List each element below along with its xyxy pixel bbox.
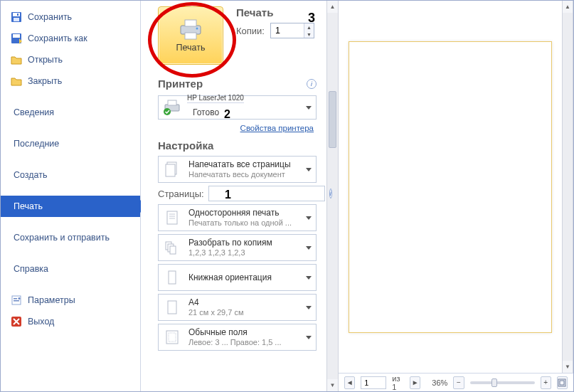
current-page-input[interactable] [361,376,386,389]
options-scrollbar[interactable]: ▲ ▼ [326,1,339,391]
copies-input[interactable] [271,23,304,38]
scroll-up-button[interactable]: ▲ [563,1,573,13]
sidebar-item-label: Сохранить [28,12,72,22]
chevron-down-icon [306,168,312,171]
scroll-track[interactable] [327,13,338,379]
pages-all-icon [163,160,181,179]
svg-rect-13 [185,20,196,26]
sidebar-item-label: Открыть [28,55,63,65]
sidebar-nav-save-send[interactable]: Сохранить и отправить [1,227,140,248]
paper-size-icon [163,298,181,317]
sidebar-save-as[interactable]: Сохранить как [1,28,140,49]
copies-down[interactable]: ▼ [304,31,314,38]
setting-orientation[interactable]: Книжная ориентация [158,264,317,291]
sidebar-save[interactable]: Сохранить [1,6,140,28]
setting-subtitle: Левое: 3 ... Правое: 1,5 ... [188,337,282,347]
sidebar-nav-label: Печать [14,201,43,211]
preview-scrollbar[interactable]: ▲ ▼ [562,1,573,373]
zoom-label: 36% [432,378,447,387]
sidebar-nav-print[interactable]: Печать [1,196,140,217]
svg-rect-14 [185,33,196,39]
svg-rect-33 [560,381,564,385]
exit-icon [11,316,22,327]
sidebar-item-label: Закрыть [28,76,62,86]
setting-subtitle: 1,2,3 1,2,3 1,2,3 [188,248,272,258]
chevron-down-icon [306,276,312,280]
sidebar-options[interactable]: Параметры [1,290,140,311]
settings-section-title: Настройка [158,139,317,152]
chevron-down-icon [306,106,312,110]
info-icon[interactable]: i [307,79,317,89]
svg-rect-5 [13,34,20,38]
sidebar-nav-label: Справка [14,264,48,274]
printer-status: Готово [187,102,244,121]
next-page-button[interactable]: ► [410,376,420,389]
sidebar-item-label: Параметры [28,295,75,305]
setting-print-scope[interactable]: Напечатать все страницы Напечатать весь … [158,156,317,183]
setting-sides[interactable]: Односторонняя печать Печатать только на … [158,204,317,231]
scroll-thumb[interactable] [329,91,336,148]
setting-subtitle: Печатать только на одной ... [188,218,292,228]
sidebar-nav-label: Сведения [14,107,54,117]
setting-subtitle: 21 см x 29,7 см [188,307,244,317]
svg-rect-8 [14,298,17,300]
sidebar-open[interactable]: Открыть [1,49,140,70]
svg-point-18 [164,108,171,115]
printer-dropdown[interactable]: HP LaserJet 1020 Готово 2 [158,95,317,120]
margins-icon [163,328,181,346]
sidebar-close[interactable]: Закрыть [1,70,140,92]
svg-rect-3 [17,14,18,16]
sidebar-exit[interactable]: Выход [1,311,140,332]
fit-page-button[interactable] [557,376,568,389]
setting-title: Разобрать по копиям [188,238,272,248]
scroll-down-button[interactable]: ▼ [563,361,573,373]
pages-label: Страницы: [158,189,204,199]
printer-icon [178,18,203,40]
portrait-icon [163,268,181,287]
sidebar-nav-help[interactable]: Справка [1,258,140,280]
printer-section-title: Принтер [158,78,203,90]
preview-status-bar: ◄ из 1 ► 36% − + [339,373,573,391]
copies-label: Копии: [236,26,265,36]
sidebar-nav-label: Сохранить и отправить [14,233,110,243]
sidebar-nav-info[interactable]: Сведения [1,102,140,123]
svg-rect-29 [168,301,176,314]
print-preview-pane: ▲ ▼ ◄ из 1 ► 36% − + [339,1,573,391]
zoom-slider-thumb[interactable] [491,378,497,387]
svg-rect-1 [13,13,20,16]
sidebar-nav-label: Последние [14,139,59,149]
sidebar-nav-recent[interactable]: Последние [1,133,140,154]
chevron-down-icon [306,306,312,309]
prev-page-button[interactable]: ◄ [344,376,355,389]
collate-icon [163,238,181,257]
options-icon [11,295,22,306]
zoom-in-button[interactable]: + [541,376,551,389]
zoom-out-button[interactable]: − [453,376,464,389]
setting-title: Односторонняя печать [188,208,292,218]
setting-collate[interactable]: Разобрать по копиям 1,2,3 1,2,3 1,2,3 [158,234,317,261]
print-button[interactable]: Печать [158,6,223,65]
setting-title: A4 [188,297,244,307]
svg-point-10 [18,297,21,300]
close-folder-icon [11,75,22,87]
one-sided-icon [163,208,181,227]
sidebar-nav-label: Создать [14,170,48,180]
zoom-slider[interactable] [470,381,535,384]
setting-paper[interactable]: A4 21 см x 29,7 см [158,294,317,321]
svg-point-15 [196,28,198,30]
printer-properties-link[interactable]: Свойства принтера [158,124,314,132]
chevron-down-icon [306,246,312,250]
save-icon [11,11,22,23]
print-button-label: Печать [176,43,206,53]
save-as-icon [11,33,22,44]
chevron-down-icon [306,216,312,220]
svg-rect-9 [14,300,19,302]
scroll-down-button[interactable]: ▼ [327,379,338,391]
sidebar-nav-new[interactable]: Создать [1,164,140,186]
svg-rect-17 [168,100,176,105]
setting-margins[interactable]: Обычные поля Левое: 3 ... Правое: 1,5 ..… [158,324,317,351]
scroll-track[interactable] [563,13,573,361]
scroll-up-button[interactable]: ▲ [327,1,338,13]
sidebar: Сохранить Сохранить как Открыть Закрыть … [1,1,141,391]
svg-rect-2 [14,18,19,21]
